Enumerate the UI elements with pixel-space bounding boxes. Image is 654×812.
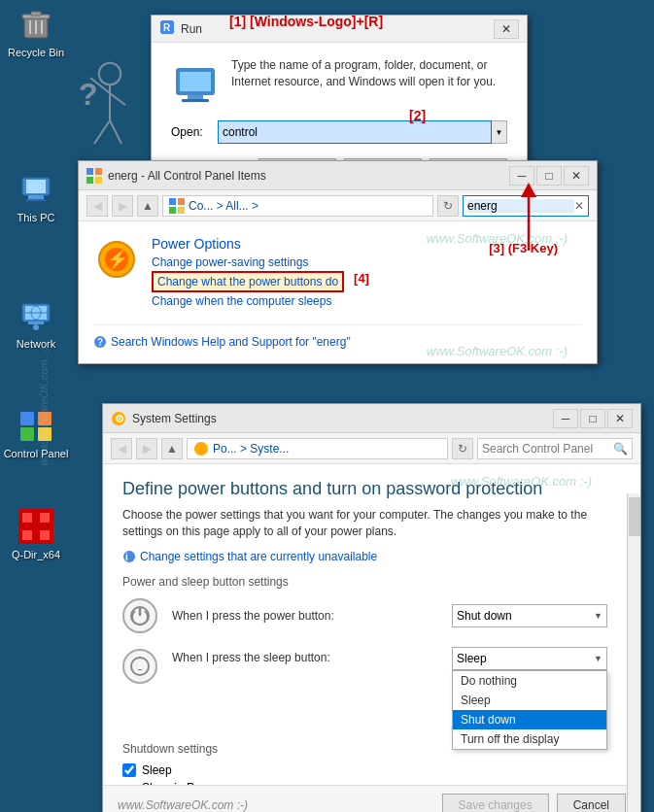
- qdir-label: Q-Dir_x64: [12, 549, 60, 560]
- cp-close-button[interactable]: ✕: [564, 166, 589, 186]
- sys-minimize-button[interactable]: ─: [553, 409, 578, 428]
- cp-up-button[interactable]: ▲: [137, 195, 158, 217]
- unavailable-link[interactable]: i Change settings that are currently una…: [122, 550, 607, 563]
- svg-line-4: [94, 120, 110, 144]
- this-pc-svg: [18, 172, 53, 207]
- cp-window-title: energ - All Control Panel Items: [108, 169, 509, 183]
- cp-refresh-button[interactable]: ↻: [437, 195, 459, 217]
- power-button-value: Shut down: [457, 609, 512, 623]
- svg-rect-38: [180, 72, 211, 91]
- run-open-label: Open:: [171, 125, 210, 139]
- sys-scrollbar[interactable]: [627, 493, 640, 812]
- sleep-button-value: Sleep: [457, 652, 487, 665]
- sys-content: www.SoftwareOK.com :-) Define power butt…: [103, 464, 627, 785]
- qdir-icon[interactable]: Q-Dir_x64: [2, 507, 70, 560]
- svg-rect-48: [178, 207, 185, 214]
- sys-maximize-button[interactable]: □: [580, 409, 605, 428]
- control-panel-icon[interactable]: Control Panel: [2, 406, 70, 459]
- svg-rect-26: [38, 427, 52, 441]
- qdir-svg: [18, 509, 53, 544]
- sleep-button-dropdown[interactable]: Sleep ▼: [452, 647, 607, 670]
- svg-marker-53: [521, 183, 536, 197]
- svg-rect-24: [38, 412, 52, 425]
- power-button-label: When I press the power button:: [172, 609, 437, 623]
- svg-rect-40: [182, 99, 209, 102]
- cp-back-button[interactable]: ◀: [86, 195, 108, 217]
- svg-rect-23: [20, 412, 34, 425]
- sys-scroll-thumb[interactable]: [629, 497, 640, 536]
- power-menu-label: Show in Power menu.: [142, 781, 256, 785]
- sys-breadcrumb[interactable]: Po... > Syste...: [187, 438, 448, 459]
- sys-search-box[interactable]: 🔍: [477, 438, 633, 459]
- dropdown-option-display[interactable]: Turn off the display: [453, 729, 606, 749]
- sleep-button-dropdown-container: Sleep ▼ Do nothing Sleep Shut down Turn …: [452, 647, 607, 670]
- dropdown-option-sleep[interactable]: Sleep: [453, 691, 606, 710]
- system-settings-window: ⚙ System Settings ─ □ ✕ ◀ ▶ ▲ Po... > Sy…: [102, 403, 641, 812]
- run-open-row: Open: ▼ [2]: [171, 120, 507, 144]
- svg-rect-34: [40, 530, 50, 540]
- sys-forward-button[interactable]: ▶: [136, 438, 157, 459]
- sleep-dropdown-arrow: ▼: [594, 654, 602, 663]
- svg-rect-47: [169, 207, 176, 214]
- unavailable-link-text: Change settings that are currently unava…: [140, 550, 377, 563]
- svg-text:⚡: ⚡: [107, 249, 129, 270]
- sys-close-button[interactable]: ✕: [607, 409, 633, 428]
- svg-rect-44: [95, 177, 102, 184]
- svg-rect-16: [26, 199, 46, 201]
- power-options-title[interactable]: Power Options: [152, 236, 344, 252]
- cancel-button[interactable]: Cancel: [557, 794, 626, 812]
- recycle-bin-label: Recycle Bin: [8, 47, 64, 58]
- svg-text:⚙: ⚙: [115, 413, 124, 424]
- annotation-1: [1] [Windows-Logo]+[R]: [229, 14, 383, 29]
- sys-refresh-button[interactable]: ↻: [452, 438, 473, 459]
- svg-rect-43: [86, 177, 93, 184]
- sys-title-bar[interactable]: ⚙ System Settings ─ □ ✕: [103, 404, 640, 433]
- sys-breadcrumb-text: Po... > Syste...: [213, 442, 289, 456]
- power-button-dropdown[interactable]: Shut down ▼: [452, 604, 607, 627]
- recycle-bin-icon[interactable]: Recycle Bin: [2, 5, 70, 58]
- network-label: Network: [17, 338, 55, 350]
- cp-breadcrumb-text: Co... > All... >: [189, 199, 258, 213]
- svg-rect-20: [28, 321, 44, 324]
- power-link-1[interactable]: Change power-saving settings: [152, 255, 344, 269]
- svg-rect-31: [22, 513, 32, 523]
- svg-rect-45: [169, 198, 176, 205]
- power-menu-checkbox-row: Show in Power menu.: [122, 781, 607, 785]
- run-title-controls: ✕: [494, 19, 519, 39]
- control-panel-window: energ - All Control Panel Items ─ □ ✕ ◀ …: [78, 160, 598, 364]
- cp-window-icon: [86, 168, 102, 184]
- sys-description: Choose the power settings that you want …: [122, 507, 607, 540]
- cp-help-link[interactable]: ? Search Windows Help and Support for "e…: [93, 324, 582, 349]
- sys-back-button[interactable]: ◀: [111, 438, 132, 459]
- sleep-checkbox-label: Sleep: [142, 763, 172, 777]
- cp-search-clear[interactable]: ✕: [574, 199, 584, 213]
- svg-rect-41: [86, 168, 93, 175]
- power-link-2[interactable]: Change what the power buttons do: [152, 271, 344, 292]
- annotation-5-arrow: [617, 647, 627, 676]
- dropdown-option-shutdown[interactable]: Shut down: [453, 710, 606, 729]
- power-icon: ⚡: [93, 236, 140, 283]
- save-changes-button[interactable]: Save changes: [442, 794, 549, 812]
- cp-forward-button[interactable]: ▶: [112, 195, 133, 217]
- control-panel-label: Control Panel: [4, 448, 69, 459]
- annotation-5-container: [5]: [617, 647, 627, 679]
- svg-text:R: R: [163, 22, 171, 33]
- cp-breadcrumb[interactable]: Co... > All... >: [162, 195, 433, 217]
- dropdown-option-donothing[interactable]: Do nothing: [453, 671, 606, 691]
- svg-rect-39: [188, 95, 203, 99]
- power-link-3[interactable]: Change when the computer sleeps: [152, 294, 344, 308]
- annotation-3-container: [3] (F3 Key): [489, 241, 558, 255]
- network-svg: [18, 298, 53, 333]
- sys-search-input[interactable]: [482, 442, 609, 456]
- run-dropdown-arrow[interactable]: ▼: [492, 120, 507, 144]
- network-icon[interactable]: Network: [2, 296, 70, 350]
- this-pc-icon[interactable]: This PC: [2, 170, 70, 223]
- run-open-input[interactable]: [218, 120, 492, 144]
- sleep-checkbox[interactable]: [122, 763, 136, 777]
- sleep-button-icon: [122, 649, 157, 684]
- svg-rect-33: [22, 530, 32, 540]
- sys-up-button[interactable]: ▲: [161, 438, 183, 459]
- annotation-3-arrow: [499, 183, 558, 260]
- run-close-button[interactable]: ✕: [494, 19, 519, 39]
- stickman-figure: ?: [58, 58, 146, 175]
